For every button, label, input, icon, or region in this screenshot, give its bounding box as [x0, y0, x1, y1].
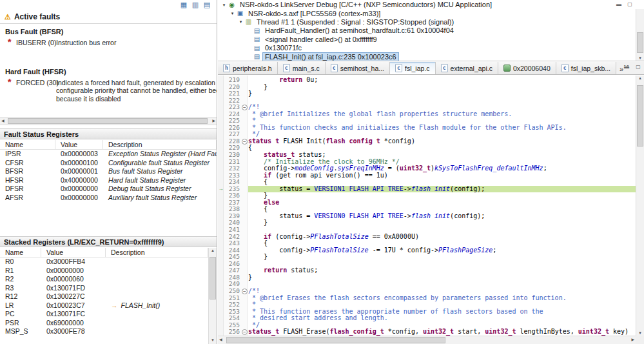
code-line[interactable]: 235 status = VERSION1_FLASH_API_TREE->fl…: [224, 186, 636, 193]
scroll-up-icon[interactable]: [209, 248, 217, 252]
code-line[interactable]: 244 config->PFlashTotalSize -= 17U * con…: [224, 247, 636, 254]
column-header-description[interactable]: Description: [103, 140, 217, 149]
code-line[interactable]: 230 status_t status;: [224, 152, 636, 159]
scroll-down-icon[interactable]: [209, 338, 217, 342]
code-editor[interactable]: 219 return 0u;220 }221}222223−/*!224 * @…: [218, 76, 644, 344]
register-row[interactable]: R00x3000FFB4: [0, 258, 208, 267]
code-line[interactable]: 242 if (config->PFlashTotalSize == 0xA00…: [224, 234, 636, 241]
debug-tree-row[interactable]: NSR-okdo-s LinkServer Debug [C/C++ (NXP …: [218, 1, 644, 9]
register-row[interactable]: BFSR0x00000001Bus fault Status Register: [0, 167, 217, 176]
code-line[interactable]: 227 */: [224, 131, 636, 138]
code-line[interactable]: 228−status_t FLASH_Init(flash_config_t *…: [224, 138, 636, 145]
editor-vertical-scrollbar[interactable]: [636, 76, 644, 336]
fault-item[interactable]: FORCED (30)Indicates a forced hard fault…: [0, 77, 217, 103]
register-row[interactable]: CFSR0x00000100Configurable fault Status …: [0, 159, 217, 168]
maximize-icon[interactable]: [626, 1, 634, 8]
collapse-icon[interactable]: [229, 11, 236, 16]
column-header-value[interactable]: Value: [41, 248, 106, 257]
code-line[interactable]: 247 return status;: [224, 267, 636, 274]
collapse-icon[interactable]: [220, 3, 228, 8]
code-line[interactable]: 241: [224, 227, 636, 234]
code-line[interactable]: 252 *: [224, 301, 636, 309]
line-number[interactable]: 250: [224, 288, 241, 295]
tab-main-s-c[interactable]: cmain_s.c: [278, 62, 326, 74]
scroll-down-icon[interactable]: [636, 331, 644, 335]
tab-fsl-iap-skb-[interactable]: cfsl_iap_skb...: [556, 62, 616, 74]
column-header-name[interactable]: Name: [0, 248, 41, 257]
fold-collapse-icon[interactable]: −: [242, 329, 248, 335]
line-number[interactable]: 241: [224, 227, 241, 234]
code-line[interactable]: 249: [224, 281, 636, 288]
line-number[interactable]: 252: [224, 301, 241, 309]
scrollbar-thumb[interactable]: [210, 257, 216, 299]
column-header-description[interactable]: Description: [106, 248, 208, 257]
code-line[interactable]: 236 }: [224, 192, 636, 199]
register-row[interactable]: AFSR0x00000000Auxiliary fault Status Reg…: [0, 194, 217, 203]
code-line[interactable]: 238 {: [224, 206, 636, 213]
code-line[interactable]: 232 config->modeConfig.sysFreqInMHz = (u…: [224, 165, 636, 172]
code-line[interactable]: 219 return 0u;: [224, 77, 636, 84]
minimize-icon[interactable]: [615, 1, 623, 8]
register-row[interactable]: LR0x100023C7FLASH_Init(): [0, 301, 208, 310]
line-number[interactable]: 219: [224, 77, 241, 84]
scroll-down-icon[interactable]: [636, 56, 644, 60]
scroll-left-icon[interactable]: [219, 336, 222, 343]
minimize-icon[interactable]: [623, 63, 630, 71]
debug-tree-row[interactable]: FLASH_Init() at fsl_iap.c:235 0x100023c6: [218, 52, 644, 61]
register-row[interactable]: DFSR0x00000000Debug fault Status Registe…: [0, 185, 217, 194]
code-line[interactable]: 245 }: [224, 254, 636, 261]
grid-view-icon[interactable]: ▤: [202, 1, 211, 9]
editor-horizontal-scrollbar[interactable]: [218, 336, 636, 344]
register-row[interactable]: PSR0x69000000: [0, 319, 208, 328]
debug-tree-row[interactable]: HardFault_Handler() at semihost_hardfaul…: [218, 26, 644, 35]
faults-horizontal-scrollbar[interactable]: [0, 117, 217, 125]
fold-collapse-icon[interactable]: −: [242, 105, 248, 110]
code-line[interactable]: 229{: [224, 145, 636, 152]
tab-semihost-ha-[interactable]: csemihost_ha...: [326, 62, 390, 74]
scrollbar-thumb[interactable]: [637, 85, 643, 147]
debug-scrollbar[interactable]: [636, 9, 644, 61]
code-line[interactable]: 253 * This function erases the appropria…: [224, 309, 636, 316]
scrollbar-thumb[interactable]: [226, 337, 445, 343]
fold-collapse-icon[interactable]: −: [242, 139, 248, 145]
table-view-icon[interactable]: ▦: [179, 1, 188, 9]
tab-fsl-iap-c[interactable]: cfsl_iap.c: [390, 62, 436, 74]
register-row[interactable]: R30x130071FD: [0, 284, 208, 293]
code-line[interactable]: 250−/*!: [224, 288, 636, 295]
code-line[interactable]: 239 status = VERSION0_FLASH_API_TREE->fl…: [224, 213, 636, 220]
code-line[interactable]: 231 /* Initialize the clock to 96MHz */: [224, 159, 636, 166]
debug-tree-row[interactable]: NSR-okdo-s.axf [LPC55S69 (cortex-m33)]: [218, 9, 644, 17]
code-line[interactable]: 223−/*!: [224, 104, 636, 111]
code-line[interactable]: 233 if (get_rom_api_version() == 1u): [224, 172, 636, 179]
split-view-icon[interactable]: ▥: [191, 1, 200, 9]
code-line[interactable]: 246: [224, 261, 636, 268]
tab-external-api-c[interactable]: cexternal_api.c: [436, 62, 498, 74]
register-row[interactable]: R120x1300227C: [0, 292, 208, 301]
code-line[interactable]: 226 * This function checks and initializ…: [224, 125, 636, 132]
register-row[interactable]: IPSR0x00000003Exception Status Register …: [0, 150, 217, 159]
code-line[interactable]: 222: [224, 97, 636, 105]
debug-tree-row[interactable]: Thread #1 1 (Suspended : Signal : SIGSTO…: [218, 18, 644, 26]
code-line[interactable]: 234 {: [224, 179, 636, 186]
register-row[interactable]: PC0x130071FC: [0, 310, 208, 319]
line-number[interactable]: 230: [224, 152, 241, 159]
register-row[interactable]: MSP_S0x3000FE78: [0, 327, 208, 336]
code-line[interactable]: 256−status_t FLASH_Erase(flash_config_t …: [224, 329, 636, 336]
stacked-registers-scrollbar[interactable]: [208, 248, 217, 344]
tab-peripherals-h[interactable]: hperipherals.h: [218, 62, 278, 74]
scrollbar-thumb[interactable]: [8, 118, 208, 124]
code-line[interactable]: 248}: [224, 274, 636, 281]
column-header-value[interactable]: Value: [55, 140, 103, 149]
code-line[interactable]: 225 *: [224, 117, 636, 125]
scroll-left-icon[interactable]: [1, 117, 5, 125]
tab-0x20006040[interactable]: 0x20006040: [498, 62, 556, 74]
maximize-icon[interactable]: [634, 63, 642, 71]
code-line[interactable]: 254 * desired start address and length.: [224, 315, 636, 322]
code-line[interactable]: 240 }: [224, 219, 636, 227]
code-line[interactable]: 255 */: [224, 322, 636, 329]
fault-item[interactable]: IBUSERR (0)Instruction bus error: [0, 37, 217, 47]
register-row[interactable]: HFSR0x40000000Hard fault Status Register: [0, 176, 217, 185]
code-line[interactable]: 220 }: [224, 84, 636, 91]
scrollbar-thumb[interactable]: [637, 32, 643, 53]
register-row[interactable]: R20x00000060: [0, 275, 208, 284]
